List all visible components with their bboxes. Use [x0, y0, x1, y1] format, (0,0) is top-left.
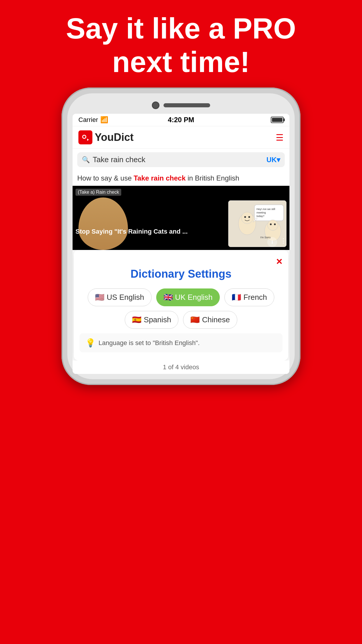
- headline: Say it like a PRO next time!: [48, 0, 313, 88]
- fr-flag-icon: 🇫🇷: [232, 293, 241, 302]
- earpiece-speaker: [164, 103, 210, 107]
- video-thumbnail[interactable]: (Take a) Rain check Stop Saying "It's Ra…: [73, 186, 289, 250]
- video-info-button[interactable]: i: [267, 237, 277, 247]
- video-controls: i ⋮: [267, 237, 287, 247]
- video-title: Stop Saying "It's Raining Cats and ...: [75, 228, 205, 235]
- modal-header: ✕: [80, 257, 282, 267]
- cn-flag-icon: 🇨🇳: [190, 315, 200, 324]
- desc-prefix: How to say & use: [77, 174, 133, 182]
- phone-top-bar: [73, 99, 289, 114]
- svg-text:today?: today?: [256, 215, 264, 218]
- uk-flag-icon: 🇬🇧: [164, 293, 173, 302]
- videos-count: 1 of 4 videos: [73, 360, 289, 374]
- svg-point-16: [274, 223, 276, 225]
- lang-btn-french[interactable]: 🇫🇷 French: [224, 288, 274, 306]
- lang-btn-spanish[interactable]: 🇪🇸 Spanish: [125, 311, 178, 329]
- language-row-2: 🇪🇸 Spanish 🇨🇳 Chinese: [80, 311, 282, 329]
- search-area: 🔍 Take rain check UK▾: [73, 149, 289, 171]
- svg-text:meeting: meeting: [256, 211, 266, 214]
- status-bar: Carrier 📶 4:20 PM: [73, 114, 289, 126]
- word-description: How to say & use Take rain check in Brit…: [73, 171, 289, 186]
- close-button[interactable]: ✕: [276, 257, 282, 267]
- svg-point-15: [270, 223, 272, 225]
- desc-term: Take rain check: [133, 174, 185, 182]
- modal-title: Dictionary Settings: [80, 268, 282, 280]
- search-input-value[interactable]: Take rain check: [93, 155, 263, 164]
- app-logo-icon: [78, 130, 92, 144]
- desc-suffix: in British English: [186, 174, 239, 182]
- uk-english-label: UK English: [175, 293, 213, 302]
- video-person: [78, 197, 128, 250]
- svg-text:Hey! Are we still: Hey! Are we still: [256, 208, 275, 211]
- phone-screen: Carrier 📶 4:20 PM: [73, 114, 289, 374]
- wifi-icon: 📶: [100, 116, 108, 124]
- bulb-icon: 💡: [85, 338, 96, 348]
- phone-device: Carrier 📶 4:20 PM: [61, 88, 301, 385]
- note-text: Language is set to "British English".: [99, 339, 200, 347]
- app-header: YouDict ☰: [73, 126, 289, 149]
- headline-line2: next time!: [112, 46, 250, 78]
- region-selector[interactable]: UK▾: [266, 156, 280, 164]
- lang-btn-us-english[interactable]: 🇺🇸 US English: [88, 288, 152, 306]
- es-flag-icon: 🇪🇸: [132, 315, 141, 324]
- lang-btn-uk-english[interactable]: 🇬🇧 UK English: [156, 288, 220, 306]
- search-bar[interactable]: 🔍 Take rain check UK▾: [77, 152, 285, 167]
- video-more-button[interactable]: ⋮: [280, 237, 287, 247]
- svg-point-7: [248, 216, 250, 218]
- us-flag-icon: 🇺🇸: [95, 293, 104, 302]
- status-left: Carrier 📶: [78, 116, 108, 124]
- lang-btn-chinese[interactable]: 🇨🇳 Chinese: [183, 311, 237, 329]
- logo-area: YouDict: [78, 130, 133, 144]
- phone-inner: Carrier 📶 4:20 PM: [67, 93, 295, 379]
- modal-note: 💡 Language is set to "British English".: [80, 333, 282, 352]
- svg-point-6: [244, 216, 246, 218]
- language-row-1: 🇺🇸 US English 🇬🇧 UK English 🇫🇷 French: [80, 288, 282, 306]
- battery-fill: [272, 118, 282, 122]
- french-label: French: [243, 293, 267, 302]
- svg-point-14: [268, 220, 278, 230]
- battery-indicator: [271, 117, 284, 123]
- video-tag: (Take a) Rain check: [75, 189, 121, 196]
- dictionary-settings-modal: ✕ Dictionary Settings 🇺🇸 US English 🇬🇧 U…: [74, 250, 288, 360]
- status-time: 4:20 PM: [168, 116, 194, 124]
- search-icon: 🔍: [82, 156, 90, 164]
- front-camera: [152, 102, 159, 109]
- svg-point-2: [83, 136, 85, 138]
- spanish-label: Spanish: [144, 315, 171, 324]
- headline-line1: Say it like a PRO: [66, 12, 296, 45]
- chinese-label: Chinese: [202, 315, 230, 324]
- us-english-label: US English: [107, 293, 144, 302]
- carrier-label: Carrier: [78, 116, 98, 124]
- app-logo-text: YouDict: [95, 131, 133, 144]
- svg-point-5: [241, 212, 253, 224]
- menu-icon[interactable]: ☰: [276, 132, 284, 143]
